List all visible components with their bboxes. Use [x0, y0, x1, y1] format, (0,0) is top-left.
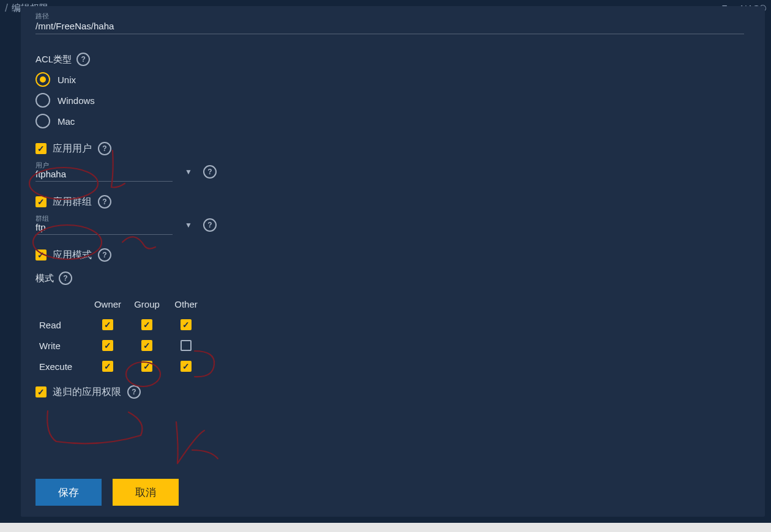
radio-icon[interactable] — [35, 93, 50, 108]
apply-group-checkbox[interactable] — [35, 196, 47, 207]
group-value: ftp — [35, 222, 46, 232]
path-value[interactable]: /mnt/FreeNas/haha — [35, 20, 744, 34]
help-icon[interactable]: ? — [59, 272, 72, 285]
apply-mode-checkbox[interactable] — [35, 249, 47, 260]
group-field: 群组 ftp ? — [35, 215, 750, 235]
help-icon[interactable]: ? — [98, 195, 111, 209]
radio-label: Mac — [58, 116, 75, 127]
radio-label: Windows — [58, 95, 95, 106]
path-field: 路径 /mnt/FreeNas/haha — [35, 12, 750, 34]
row-label: Execute — [39, 361, 88, 372]
action-buttons: 保存 取消 — [35, 479, 179, 506]
chevron-down-icon[interactable] — [185, 221, 192, 229]
help-icon[interactable]: ? — [98, 142, 111, 155]
col-owner: Owner — [88, 299, 127, 309]
perm-read-owner-checkbox[interactable] — [102, 319, 113, 330]
apply-user-label: 应用用户 — [53, 142, 92, 155]
perm-header-row: Owner Group Other — [39, 294, 750, 314]
radio-label: Unix — [58, 75, 76, 85]
mode-label: 模式 — [35, 273, 54, 284]
apply-group-row: 应用群组 ? — [35, 195, 750, 209]
perm-execute-owner-checkbox[interactable] — [102, 361, 113, 372]
perm-row-execute: Execute — [39, 356, 750, 377]
apply-mode-label: 应用模式 — [53, 249, 92, 262]
help-icon[interactable]: ? — [203, 218, 217, 232]
group-select[interactable]: ftp — [35, 222, 173, 235]
recursive-row: 递归的应用权限 ? — [35, 385, 750, 399]
user-value: ftphaha — [35, 169, 66, 179]
help-icon[interactable]: ? — [76, 53, 90, 66]
cancel-button[interactable]: 取消 — [113, 479, 179, 506]
permissions-table: Owner Group Other Read Write Execute — [39, 294, 750, 377]
perm-row-write: Write — [39, 335, 750, 356]
perm-row-read: Read — [39, 314, 750, 335]
user-select[interactable]: ftphaha — [35, 169, 173, 182]
path-label: 路径 — [35, 12, 750, 20]
permissions-panel: / 编辑权限 FreeNAS® 路径 /mnt/FreeNas/haha ACL… — [0, 0, 771, 523]
radio-icon[interactable] — [35, 114, 50, 128]
breadcrumb-slash: / — [5, 2, 8, 15]
perm-execute-group-checkbox[interactable] — [141, 361, 152, 372]
perm-write-group-checkbox[interactable] — [141, 340, 152, 351]
save-button[interactable]: 保存 — [35, 479, 102, 506]
recursive-label: 递归的应用权限 — [53, 386, 121, 399]
acl-radio-mac[interactable]: Mac — [35, 114, 750, 128]
apply-user-checkbox[interactable] — [35, 143, 47, 154]
os-taskbar-sliver — [0, 523, 771, 532]
apply-mode-row: 应用模式 ? — [35, 248, 750, 262]
row-label: Write — [39, 341, 88, 351]
perm-read-group-checkbox[interactable] — [141, 319, 152, 330]
mode-section: 模式 ? — [35, 272, 750, 285]
row-label: Read — [39, 320, 88, 330]
recursive-checkbox[interactable] — [35, 386, 47, 397]
acl-radio-windows[interactable]: Windows — [35, 93, 750, 108]
form-card: 路径 /mnt/FreeNas/haha ACL类型 ? Unix Window… — [21, 6, 765, 517]
chevron-down-icon[interactable] — [185, 168, 192, 176]
group-field-label: 群组 — [35, 215, 750, 222]
help-icon[interactable]: ? — [98, 248, 111, 262]
col-group: Group — [127, 299, 166, 309]
col-other: Other — [166, 299, 206, 309]
radio-icon[interactable] — [35, 72, 50, 87]
help-icon[interactable]: ? — [127, 385, 141, 399]
apply-group-label: 应用群组 — [53, 196, 92, 209]
perm-execute-other-checkbox[interactable] — [181, 361, 192, 372]
help-icon[interactable]: ? — [203, 165, 217, 179]
user-field: 用户 ftphaha ? — [35, 161, 750, 182]
user-field-label: 用户 — [35, 161, 750, 169]
perm-read-other-checkbox[interactable] — [181, 319, 192, 330]
perm-write-other-checkbox[interactable] — [181, 340, 192, 351]
acl-type-label: ACL类型 — [35, 54, 72, 65]
apply-user-row: 应用用户 ? — [35, 142, 750, 155]
acl-type-section: ACL类型 ? — [35, 53, 750, 66]
acl-radio-unix[interactable]: Unix — [35, 72, 750, 87]
perm-write-owner-checkbox[interactable] — [102, 340, 113, 351]
